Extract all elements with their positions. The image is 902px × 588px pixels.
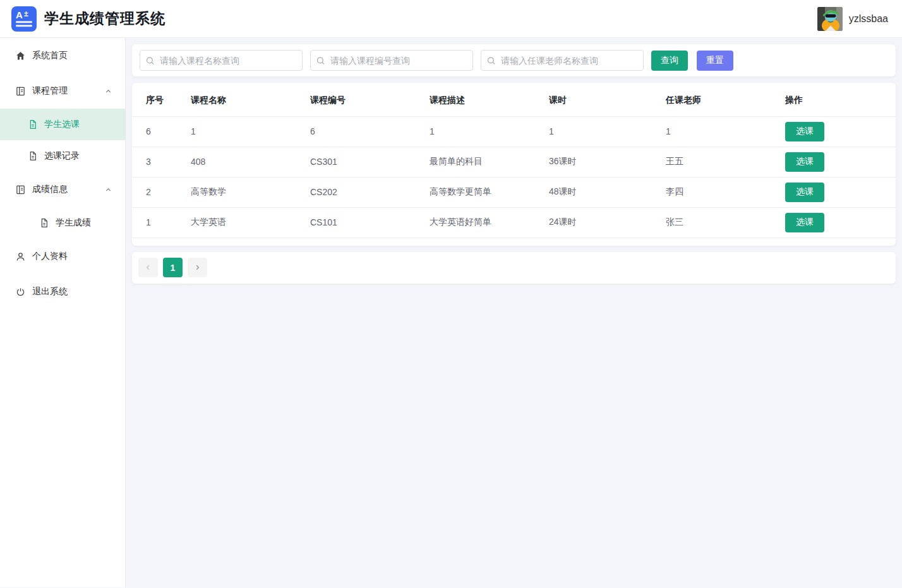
course-code-search-wrap	[310, 50, 473, 71]
cell-hours: 24课时	[549, 207, 666, 237]
sidebar-item-label: 课程管理	[32, 85, 68, 97]
select-course-button[interactable]: 选课	[785, 122, 824, 141]
table-row: 6 1 6 1 1 1 选课	[132, 116, 896, 147]
cell-action: 选课	[785, 207, 896, 237]
cell-seq: 2	[132, 177, 191, 207]
cell-code: CS202	[310, 177, 430, 207]
svg-text:A: A	[16, 9, 23, 20]
cell-hours: 1	[549, 116, 666, 147]
cell-code: 6	[310, 116, 430, 147]
app-logo-icon: A ±	[11, 6, 37, 32]
column-header-desc: 课程描述	[430, 85, 549, 116]
column-header-seq: 序号	[132, 85, 191, 116]
main-content: 查询 重置 序号 课程名称 课程编号 课程描述 课时 任课老师	[126, 38, 902, 587]
search-bar: 查询 重置	[132, 44, 896, 76]
sidebar-item-home[interactable]: 系统首页	[0, 38, 125, 73]
cell-desc: 大学英语好简单	[430, 207, 549, 237]
username: yzlssbaa	[849, 13, 888, 25]
notebook-icon	[15, 184, 26, 195]
pagination-page-1[interactable]: 1	[163, 258, 183, 277]
avatar[interactable]	[817, 7, 843, 31]
select-course-button[interactable]: 选课	[785, 183, 824, 202]
course-table: 序号 课程名称 课程编号 课程描述 课时 任课老师 操作 6 1	[132, 85, 896, 238]
table-row: 3 408 CS301 最简单的科目 36课时 王五 选课	[132, 147, 896, 177]
sidebar-item-label: 学生选课	[44, 119, 80, 130]
sidebar-item-student-course-selection[interactable]: 学生选课	[0, 109, 125, 140]
column-header-hours: 课时	[549, 85, 666, 116]
sidebar-item-course-selection-records[interactable]: 选课记录	[0, 140, 125, 172]
cell-teacher: 1	[666, 116, 785, 147]
search-icon	[316, 56, 325, 65]
pagination-prev-button[interactable]	[138, 258, 158, 277]
teacher-search-wrap	[481, 50, 644, 71]
cell-name: 408	[191, 147, 310, 177]
cell-hours: 36课时	[549, 147, 666, 177]
home-icon	[15, 51, 26, 61]
cell-name: 高等数学	[191, 177, 310, 207]
chevron-left-icon	[144, 263, 152, 272]
cell-desc: 高等数学更简单	[430, 177, 549, 207]
page-title: 学生成绩管理系统	[44, 9, 165, 28]
cell-teacher: 张三	[666, 207, 785, 237]
sidebar-item-label: 退出系统	[32, 286, 68, 297]
pagination-next-button[interactable]	[188, 258, 207, 277]
svg-text:±: ±	[24, 9, 28, 18]
document-icon	[28, 151, 38, 161]
teacher-search-input[interactable]	[481, 50, 644, 71]
notebook-icon	[15, 86, 26, 97]
cell-name: 1	[191, 116, 310, 147]
sidebar-item-student-grades[interactable]: 学生成绩	[0, 207, 125, 239]
column-header-action: 操作	[785, 85, 896, 116]
app-header: A ± 学生成绩管理系统 yzlssbaa	[0, 0, 902, 38]
cell-teacher: 李四	[666, 177, 785, 207]
cell-teacher: 王五	[666, 147, 785, 177]
power-icon	[15, 287, 26, 297]
cell-desc: 1	[430, 116, 549, 147]
pagination: 1	[132, 252, 896, 284]
column-header-name: 课程名称	[191, 85, 310, 116]
cell-seq: 3	[132, 147, 191, 177]
cell-action: 选课	[785, 116, 896, 147]
cell-code: CS101	[310, 207, 430, 237]
table-header-row: 序号 课程名称 课程编号 课程描述 课时 任课老师 操作	[132, 85, 896, 116]
sidebar-item-label: 成绩信息	[32, 184, 68, 195]
course-name-search-wrap	[140, 50, 303, 71]
search-icon	[145, 56, 155, 65]
cell-name: 大学英语	[191, 207, 310, 237]
sidebar-item-label: 个人资料	[32, 251, 68, 262]
sidebar-item-label: 学生成绩	[56, 217, 91, 229]
chevron-right-icon	[193, 263, 201, 272]
sidebar-item-logout[interactable]: 退出系统	[0, 274, 125, 309]
document-icon	[39, 218, 49, 228]
user-icon	[15, 251, 26, 262]
column-header-teacher: 任课老师	[666, 85, 785, 116]
course-name-search-input[interactable]	[140, 50, 303, 71]
course-code-search-input[interactable]	[310, 50, 473, 71]
sidebar-item-profile[interactable]: 个人资料	[0, 239, 125, 274]
cell-desc: 最简单的科目	[430, 147, 549, 177]
document-icon	[28, 119, 38, 129]
reset-button[interactable]: 重置	[697, 51, 733, 71]
query-button[interactable]: 查询	[651, 51, 688, 71]
cell-code: CS301	[310, 147, 430, 177]
cell-action: 选课	[785, 147, 896, 177]
chevron-up-icon	[104, 186, 112, 194]
table-row: 1 大学英语 CS101 大学英语好简单 24课时 张三 选课	[132, 207, 896, 237]
sidebar-item-label: 选课记录	[44, 150, 80, 162]
cell-hours: 48课时	[549, 177, 666, 207]
sidebar-item-grade-info[interactable]: 成绩信息	[0, 172, 125, 207]
search-icon	[486, 56, 496, 65]
sidebar-item-label: 系统首页	[32, 50, 68, 61]
select-course-button[interactable]: 选课	[785, 213, 824, 232]
sidebar-item-course-management[interactable]: 课程管理	[0, 73, 125, 109]
cell-seq: 1	[132, 207, 191, 237]
chevron-up-icon	[104, 87, 112, 95]
table-row: 2 高等数学 CS202 高等数学更简单 48课时 李四 选课	[132, 177, 896, 207]
select-course-button[interactable]: 选课	[785, 152, 824, 172]
column-header-code: 课程编号	[310, 85, 430, 116]
sidebar: 系统首页 课程管理 学生选课 选课记录	[0, 38, 126, 587]
cell-seq: 6	[132, 116, 191, 147]
course-table-card: 序号 课程名称 课程编号 课程描述 课时 任课老师 操作 6 1	[132, 83, 896, 246]
cell-action: 选课	[785, 177, 896, 207]
